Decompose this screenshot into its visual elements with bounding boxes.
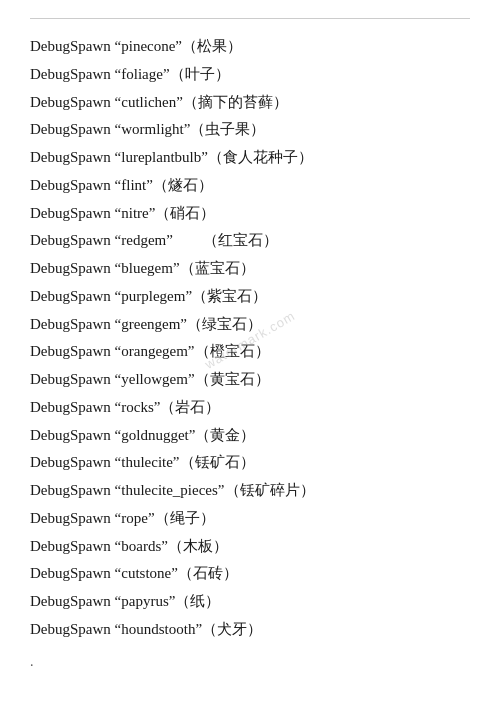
- list-item: DebugSpawn “redgem” （红宝石）: [30, 227, 470, 255]
- list-item: DebugSpawn “yellowgem”（黄宝石）: [30, 366, 470, 394]
- list-item: DebugSpawn “papyrus”（纸）: [30, 588, 470, 616]
- list-item: DebugSpawn “houndstooth”（犬牙）: [30, 616, 470, 644]
- list-item: DebugSpawn “goldnugget”（黄金）: [30, 422, 470, 450]
- list-item: DebugSpawn “cutlichen”（摘下的苔藓）: [30, 89, 470, 117]
- list-item: DebugSpawn “wormlight”（虫子果）: [30, 116, 470, 144]
- list-item: DebugSpawn “rocks”（岩石）: [30, 394, 470, 422]
- list-item: DebugSpawn “lureplantbulb”（食人花种子）: [30, 144, 470, 172]
- list-item: DebugSpawn “orangegem”（橙宝石）: [30, 338, 470, 366]
- list-item: DebugSpawn “pinecone”（松果）: [30, 33, 470, 61]
- list-item: DebugSpawn “bluegem”（蓝宝石）: [30, 255, 470, 283]
- list-item: DebugSpawn “thulecite_pieces”（铥矿碎片）: [30, 477, 470, 505]
- bottom-dot: .: [30, 654, 470, 670]
- command-list: DebugSpawn “pinecone”（松果）DebugSpawn “fol…: [30, 33, 470, 644]
- list-item: DebugSpawn “cutstone”（石砖）: [30, 560, 470, 588]
- list-item: DebugSpawn “nitre”（硝石）: [30, 200, 470, 228]
- list-item: DebugSpawn “foliage”（叶子）: [30, 61, 470, 89]
- list-item: DebugSpawn “greengem”（绿宝石）: [30, 311, 470, 339]
- list-item: DebugSpawn “thulecite”（铥矿石）: [30, 449, 470, 477]
- list-item: DebugSpawn “rope”（绳子）: [30, 505, 470, 533]
- list-item: DebugSpawn “flint”（燧石）: [30, 172, 470, 200]
- list-item: DebugSpawn “boards”（木板）: [30, 533, 470, 561]
- list-item: DebugSpawn “purplegem”（紫宝石）: [30, 283, 470, 311]
- top-divider: [30, 18, 470, 19]
